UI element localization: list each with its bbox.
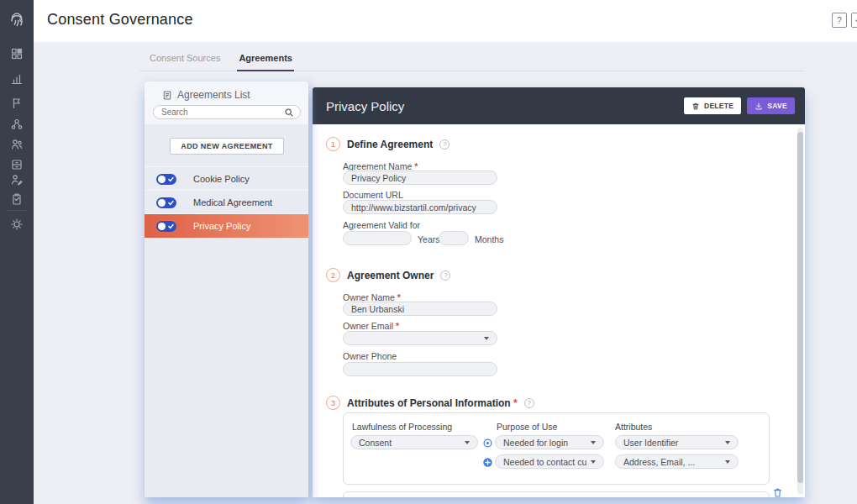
valid-for-label: Agreement Valid for — [343, 220, 420, 230]
consent-governance-screen: Consent Governance ? 3 Consent Sources A… — [0, 0, 857, 504]
fingerprint-logo-icon — [8, 9, 26, 29]
agreements-list-header: Agreements List — [145, 81, 308, 124]
search-box — [153, 105, 301, 119]
attributes-card-next — [343, 491, 770, 497]
help-tooltip-icon[interactable]: ? — [439, 139, 450, 150]
toggle-knob — [158, 176, 166, 183]
user-edit-icon[interactable] — [10, 173, 24, 186]
delete-button[interactable]: DELETE — [684, 97, 741, 114]
user-group-icon[interactable] — [10, 138, 24, 151]
owner-name-input[interactable] — [343, 302, 497, 316]
caret-down-icon — [725, 460, 730, 464]
caret-down-icon — [591, 441, 596, 444]
clipboard-icon[interactable] — [10, 192, 24, 206]
form-scrollbar-track[interactable] — [797, 128, 803, 494]
agreement-label: Medical Agreement — [193, 197, 272, 207]
question-mark-icon: ? — [837, 16, 842, 25]
section-title: Define Agreement — [347, 139, 433, 150]
attributes-select-2[interactable]: Address, Email, ... — [615, 454, 739, 469]
form-scrollbar-thumb[interactable] — [797, 132, 803, 483]
document-icon — [162, 90, 172, 101]
purpose-select-2[interactable]: Needed to contact customer — [495, 454, 604, 469]
section-agreement-owner: 2 Agreement Owner ? — [326, 268, 450, 282]
tab-consent-sources[interactable]: Consent Sources — [148, 48, 222, 71]
attributes-select-1[interactable]: User Identifier — [615, 435, 739, 449]
section-define-agreement: 1 Define Agreement ? — [326, 137, 450, 151]
agreements-list-title-row: Agreements List — [162, 89, 250, 101]
tab-agreements[interactable]: Agreements — [237, 48, 294, 71]
section-number: 1 — [326, 137, 340, 151]
list-item-cookie-policy[interactable]: Cookie Policy — [145, 167, 308, 191]
agreements-list-panel: Agreements List ADD NEW AGREEMENT Cookie… — [145, 81, 308, 497]
agreements-list: Cookie Policy Medical Agreement Privacy … — [145, 166, 308, 238]
purpose-column-header: Purpose of Use — [497, 422, 557, 432]
owner-email-label: Owner Email * — [343, 321, 399, 331]
document-url-input[interactable] — [343, 200, 497, 214]
detail-title: Privacy Policy — [326, 99, 404, 113]
help-tooltip-icon[interactable]: ? — [524, 398, 534, 408]
check-icon — [168, 200, 174, 206]
document-url-label: Document URL — [343, 190, 403, 200]
owner-phone-input[interactable] — [343, 362, 497, 376]
archive-icon[interactable] — [10, 158, 24, 171]
add-new-agreement-button[interactable]: ADD NEW AGREEMENT — [170, 138, 284, 155]
help-button[interactable]: ? — [832, 13, 847, 28]
lawfulness-select[interactable]: Consent — [350, 435, 478, 449]
toggle-knob — [158, 223, 166, 230]
app-sidebar — [0, 0, 34, 504]
help-tooltip-icon[interactable]: ? — [440, 270, 450, 281]
required-asterisk: * — [513, 397, 518, 409]
search-input[interactable] — [160, 107, 284, 118]
toggle-knob — [158, 199, 166, 207]
agreement-toggle[interactable] — [156, 221, 176, 232]
check-icon — [168, 176, 174, 182]
attributes-card: Lawfulness of Processing Purpose of Use … — [343, 412, 770, 485]
valid-years-input[interactable] — [343, 231, 412, 245]
settings-icon[interactable] — [10, 218, 24, 231]
search-icon[interactable] — [284, 108, 294, 118]
agreement-form: 1 Define Agreement ? Agreement Name * Do… — [313, 124, 805, 497]
tab-bar: Consent Sources Agreements — [139, 48, 805, 71]
top-header: Consent Governance ? 3 — [34, 0, 857, 42]
tasks-button[interactable] — [851, 13, 857, 28]
target-radio-icon[interactable] — [482, 437, 493, 448]
agreement-label: Privacy Policy — [193, 221, 250, 231]
caret-down-icon — [725, 441, 730, 444]
detail-actions: DELETE SAVE — [684, 97, 795, 114]
delete-row-icon[interactable] — [772, 486, 783, 497]
flag-icon[interactable] — [10, 97, 24, 110]
attributes-column-header: Attributes — [615, 422, 652, 432]
agreement-toggle[interactable] — [156, 197, 176, 208]
analytics-icon[interactable] — [10, 72, 24, 86]
section-title: Attributes of Personal Information * — [347, 397, 518, 409]
agreement-name-input[interactable] — [343, 171, 497, 185]
agreement-detail-panel: Privacy Policy DELETE SAVE — [313, 87, 805, 497]
months-label: Months — [475, 234, 503, 244]
save-button[interactable]: SAVE — [747, 97, 795, 114]
dashboard-icon[interactable] — [10, 47, 24, 60]
delete-button-label: DELETE — [704, 102, 733, 110]
caret-down-icon — [465, 441, 470, 444]
save-button-label: SAVE — [767, 102, 787, 110]
trash-icon — [691, 102, 700, 111]
checkmark-icon — [854, 15, 857, 25]
caret-down-icon — [591, 460, 596, 464]
section-title: Agreement Owner — [347, 270, 434, 281]
agreement-label: Cookie Policy — [193, 174, 250, 184]
valid-months-input[interactable] — [439, 231, 469, 245]
required-asterisk: * — [396, 321, 399, 331]
detail-header: Privacy Policy DELETE SAVE — [313, 87, 805, 124]
list-item-privacy-policy[interactable]: Privacy Policy — [145, 214, 308, 238]
purpose-select-1[interactable]: Needed for login — [495, 435, 604, 449]
org-chart-icon[interactable] — [10, 118, 24, 131]
add-row-icon[interactable] — [482, 456, 493, 467]
check-icon — [168, 223, 174, 229]
agreements-list-body: ADD NEW AGREEMENT Cookie Policy Medical … — [145, 124, 308, 497]
list-item-medical-agreement[interactable]: Medical Agreement — [145, 191, 308, 214]
agreement-toggle[interactable] — [156, 174, 176, 185]
sidebar-divider — [7, 210, 27, 211]
lawfulness-column-header: Lawfulness of Processing — [352, 422, 452, 432]
owner-email-select[interactable] — [343, 331, 497, 345]
caret-down-icon — [484, 337, 489, 340]
section-attributes: 3 Attributes of Personal Information * ? — [326, 396, 534, 410]
